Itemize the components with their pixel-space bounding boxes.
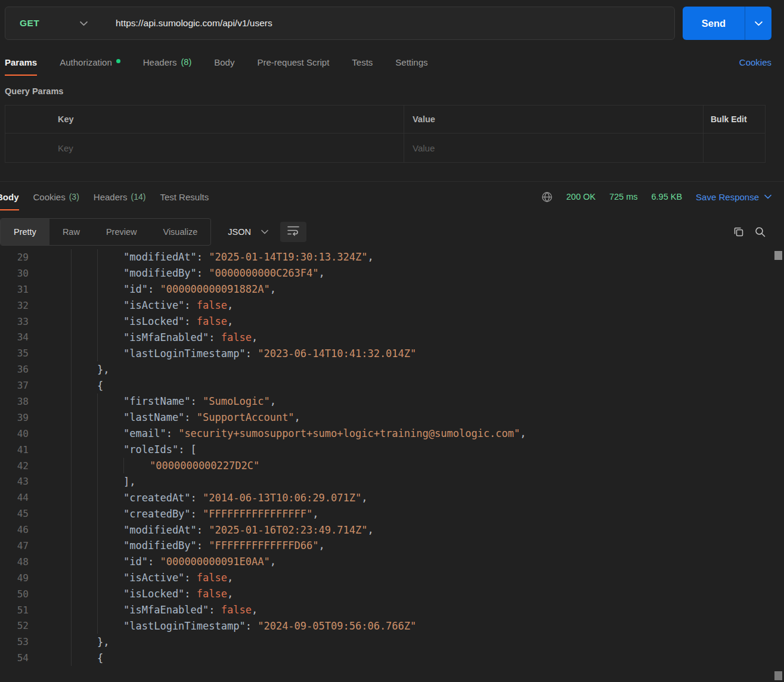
- indent-guide: [71, 522, 97, 538]
- indent-guide: [45, 473, 71, 489]
- network-globe-icon[interactable]: [541, 191, 553, 203]
- indent-guide: [97, 329, 123, 345]
- method-selector[interactable]: GET: [5, 7, 101, 39]
- code-line: 52"lastLoginTimestamp": "2024-09-05T09:5…: [0, 618, 784, 634]
- wrap-lines-icon: [287, 225, 300, 238]
- save-response-label: Save Response: [696, 192, 759, 202]
- indent-guide: [45, 314, 71, 330]
- tab-label: Authorization: [60, 57, 112, 67]
- json-punctuation: ,: [227, 588, 233, 600]
- tab-body[interactable]: Body: [214, 47, 234, 77]
- indent-guide: [45, 602, 71, 618]
- indent-guide: [97, 489, 123, 506]
- cookies-link[interactable]: Cookies: [739, 57, 771, 67]
- indent-guide: [45, 458, 71, 474]
- chevron-down-icon: [261, 230, 268, 234]
- code-line-content: },: [45, 361, 109, 377]
- tab-authorization[interactable]: Authorization: [60, 47, 120, 77]
- line-number: 47: [0, 540, 29, 551]
- language-dropdown[interactable]: JSON: [228, 227, 268, 237]
- tab-label: Headers: [94, 192, 128, 202]
- tab-label: Test Results: [160, 192, 209, 202]
- code-line-content: "isActive": false,: [45, 570, 233, 586]
- indent-guide: [71, 538, 97, 554]
- view-mode-visualize[interactable]: Visualize: [150, 219, 210, 245]
- json-punctuation: :: [197, 524, 209, 536]
- response-headers-count: (14): [131, 192, 146, 202]
- view-mode-raw[interactable]: Raw: [49, 219, 93, 245]
- indent-guide: [97, 265, 123, 281]
- view-mode-pretty[interactable]: Pretty: [1, 219, 49, 245]
- code-line-content: "isMfaEnabled": false,: [45, 329, 258, 345]
- vertical-scrollbar-thumb[interactable]: [774, 251, 782, 260]
- url-bar: GET: [5, 7, 675, 40]
- line-number: 34: [0, 331, 29, 343]
- tab-tests[interactable]: Tests: [352, 47, 373, 77]
- json-punctuation: : [: [178, 444, 197, 455]
- json-punctuation: :: [246, 348, 258, 359]
- json-string: "SupportAccount": [197, 411, 295, 423]
- url-input[interactable]: [101, 7, 674, 39]
- view-mode-switch: Pretty Raw Preview Visualize: [0, 218, 211, 246]
- param-key-input[interactable]: [58, 143, 386, 153]
- code-line: 29"modifiedAt": "2025-01-14T19:30:13.324…: [0, 249, 784, 265]
- indent-guide: [71, 618, 97, 634]
- tab-pre-request-script[interactable]: Pre-request Script: [257, 47, 329, 77]
- json-string: "FFFFFFFFFFFFFFFF": [203, 508, 312, 520]
- send-options-chevron-icon[interactable]: [745, 21, 771, 26]
- code-line-content: "modifiedBy": "0000000000C263F4",: [45, 265, 325, 281]
- indent-guide: [97, 426, 123, 442]
- tab-settings[interactable]: Settings: [395, 47, 427, 77]
- code-line: 50"isLocked": false,: [0, 586, 784, 602]
- wrap-lines-button[interactable]: [280, 222, 306, 242]
- search-response-button[interactable]: [754, 226, 766, 238]
- json-punctuation: ,: [252, 604, 258, 616]
- horizontal-scrollbar-thumb[interactable]: [774, 671, 782, 680]
- response-tab-cookies[interactable]: Cookies (3): [33, 182, 79, 212]
- bulk-edit-button[interactable]: Bulk Edit: [703, 106, 765, 133]
- method-label: GET: [20, 18, 39, 29]
- code-line: 42"0000000000227D2C": [0, 458, 784, 474]
- json-punctuation: :: [148, 556, 160, 568]
- indent-guide: [71, 473, 97, 489]
- send-button[interactable]: Send: [683, 7, 771, 40]
- response-meta: 200 OK 725 ms 6.95 KB Save Response: [541, 191, 771, 203]
- row-select-column: [5, 106, 45, 133]
- response-tab-body[interactable]: Body: [0, 182, 19, 212]
- indent-guide: [97, 586, 123, 602]
- chevron-down-icon: [764, 194, 771, 199]
- param-value-input[interactable]: [413, 143, 689, 153]
- copy-response-button[interactable]: [733, 226, 745, 238]
- request-url-row: GET Send: [0, 0, 784, 47]
- json-punctuation: ,: [270, 395, 276, 407]
- json-punctuation: :: [191, 492, 203, 504]
- response-actions: [733, 226, 766, 238]
- indent-guide: [97, 570, 123, 586]
- line-number: 42: [0, 460, 29, 472]
- line-number: 51: [0, 604, 29, 616]
- json-string: "2014-06-13T10:06:29.071Z": [203, 492, 361, 504]
- tab-label: Headers: [143, 57, 177, 67]
- indent-guide: [97, 458, 123, 474]
- indent-guide: [71, 265, 97, 281]
- json-key: "isMfaEnabled": [123, 331, 209, 343]
- json-punctuation: :: [191, 508, 203, 520]
- code-line-content: },: [45, 634, 109, 650]
- json-key: "lastLoginTimestamp": [123, 348, 246, 359]
- language-label: JSON: [228, 227, 251, 237]
- view-mode-preview[interactable]: Preview: [93, 219, 150, 245]
- tab-headers[interactable]: Headers (8): [143, 47, 191, 77]
- save-response-button[interactable]: Save Response: [696, 192, 771, 202]
- json-string: "FFFFFFFFFFFFFD66": [209, 540, 318, 551]
- response-tab-test-results[interactable]: Test Results: [160, 182, 209, 212]
- tab-params[interactable]: Params: [5, 47, 37, 77]
- tab-label: Params: [5, 57, 37, 67]
- indent-guide: [45, 329, 71, 345]
- indent-guide: [97, 281, 123, 297]
- json-string: "000000000091882A": [160, 283, 269, 295]
- indent-guide: [97, 522, 123, 538]
- code-line: 53},: [0, 634, 784, 650]
- response-tab-headers[interactable]: Headers (14): [94, 182, 146, 212]
- tab-label: Cookies: [33, 192, 66, 202]
- line-number: 54: [0, 652, 29, 664]
